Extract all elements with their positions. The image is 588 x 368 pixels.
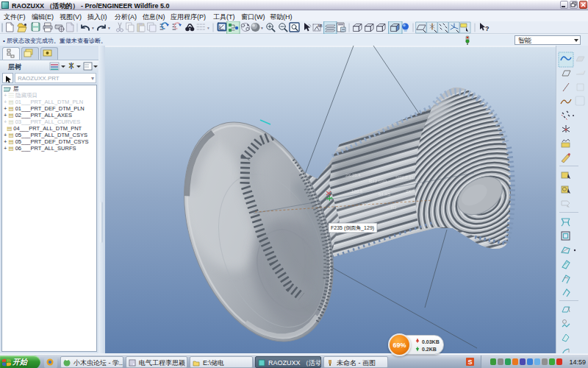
- svg-text:2X 25.4: 2X 25.4: [345, 173, 361, 177]
- svg-text:0.2KB: 0.2KB: [422, 347, 437, 352]
- svg-text:120.5: 120.5: [351, 189, 363, 194]
- svg-text:SR2.5 11: SR2.5 11: [395, 175, 414, 180]
- svg-text:F235 (倒圆角_129): F235 (倒圆角_129): [331, 225, 374, 231]
- svg-text:▾: ▾: [207, 26, 209, 30]
- svg-text:2X: 2X: [406, 189, 411, 194]
- svg-text:64 R5: 64 R5: [379, 192, 391, 197]
- svg-text:0.03KB: 0.03KB: [422, 339, 440, 344]
- svg-text:▾: ▾: [108, 26, 110, 30]
- svg-text:R2: R2: [391, 205, 397, 210]
- svg-text:▾: ▾: [261, 26, 263, 30]
- svg-text:AB: AB: [318, 24, 323, 28]
- svg-text:?: ?: [485, 25, 490, 32]
- svg-text:▾: ▾: [92, 26, 94, 30]
- svg-text:25: 25: [417, 182, 423, 186]
- svg-text:S: S: [467, 358, 472, 366]
- svg-text:36.5: 36.5: [362, 202, 370, 207]
- svg-text:R12 O30: R12 O30: [369, 179, 387, 183]
